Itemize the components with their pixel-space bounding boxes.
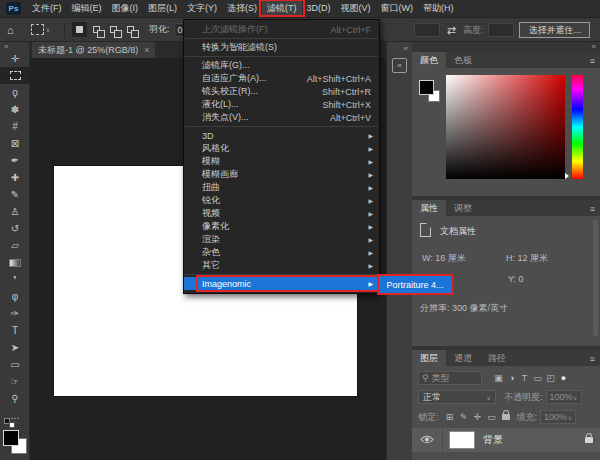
- foreground-color-well[interactable]: [419, 80, 434, 95]
- healing-brush-tool[interactable]: ✚: [0, 169, 30, 186]
- smart-object-filter-icon[interactable]: ◰: [544, 373, 557, 383]
- menu-file[interactable]: 文件(F): [27, 0, 67, 17]
- blur-tool[interactable]: ❜: [0, 271, 30, 288]
- layer-filter-box[interactable]: ⚲ 类型: [418, 371, 482, 385]
- link-dimensions-icon[interactable]: ⇄: [447, 24, 456, 37]
- path-selection-tool[interactable]: ➤: [0, 339, 30, 356]
- menu-image[interactable]: 图像(I): [107, 0, 144, 17]
- shape-layer-filter-icon[interactable]: ▭: [531, 373, 544, 383]
- menu-item-blur-gallery[interactable]: 模糊画廊▶: [184, 168, 379, 181]
- history-panel-icon[interactable]: «: [392, 58, 407, 73]
- menu-item-distort[interactable]: 扭曲▶: [184, 181, 379, 194]
- scrollbar[interactable]: [593, 220, 598, 336]
- collapse-dock-icon[interactable]: »: [592, 42, 596, 51]
- layer-row-background[interactable]: 背景: [412, 428, 600, 452]
- hue-slider[interactable]: [572, 75, 583, 179]
- home-icon[interactable]: ⌂: [7, 24, 14, 36]
- default-colors-icon[interactable]: [4, 418, 18, 428]
- foreground-color-swatch[interactable]: [3, 430, 19, 446]
- chevron-down-icon[interactable]: ∨: [46, 26, 50, 33]
- frame-tool[interactable]: ⊠: [0, 135, 30, 152]
- subtract-from-selection-button[interactable]: [106, 22, 121, 37]
- menu-item-stylize[interactable]: 风格化▶: [184, 142, 379, 155]
- menu-item-video[interactable]: 视频▶: [184, 207, 379, 220]
- dodge-tool[interactable]: φ: [0, 288, 30, 305]
- close-tab-icon[interactable]: ×: [144, 42, 149, 58]
- gradient-tool[interactable]: [0, 254, 30, 271]
- adjustment-layer-filter-icon[interactable]: ◑: [505, 373, 518, 383]
- tab-properties[interactable]: 属性: [412, 200, 446, 216]
- menu-item-lens-correction[interactable]: 镜头校正(R)...Shift+Ctrl+R: [184, 85, 379, 98]
- rectangle-tool[interactable]: ▭: [0, 356, 30, 373]
- menu-select[interactable]: 选择(S): [222, 0, 262, 17]
- lock-transparent-pixels-icon[interactable]: ⊞: [443, 412, 457, 422]
- type-tool[interactable]: T: [0, 322, 30, 339]
- tab-adjustments[interactable]: 调整: [446, 200, 480, 216]
- lock-position-icon[interactable]: ✛: [471, 412, 485, 422]
- menu-view[interactable]: 视图(V): [336, 0, 376, 17]
- lasso-tool[interactable]: ϙ: [0, 84, 30, 101]
- filter-toggle-icon[interactable]: ●: [557, 373, 570, 383]
- panel-menu-icon[interactable]: ≡: [590, 204, 595, 214]
- menu-item-3d[interactable]: 3D▶: [184, 129, 379, 142]
- height-input[interactable]: [488, 23, 514, 37]
- lock-artboard-icon[interactable]: ▭: [485, 412, 499, 422]
- lock-image-pixels-icon[interactable]: ✎: [457, 412, 471, 422]
- menu-item-render[interactable]: 渲染▶: [184, 233, 379, 246]
- expand-dock-icon[interactable]: «: [404, 44, 408, 53]
- hand-tool[interactable]: ☞: [0, 373, 30, 390]
- tab-swatches[interactable]: 色板: [446, 52, 480, 68]
- menu-item-sharpen[interactable]: 锐化▶: [184, 194, 379, 207]
- menu-item-blur[interactable]: 模糊▶: [184, 155, 379, 168]
- menu-item-imagenomic[interactable]: Imagenomic▶ Portraiture 4...: [184, 277, 379, 290]
- panel-menu-icon[interactable]: ≡: [590, 56, 595, 66]
- menu-item-other[interactable]: 其它▶: [184, 259, 379, 272]
- blend-mode-select[interactable]: 正常 ∨: [418, 390, 496, 404]
- zoom-tool[interactable]: ⚲: [0, 390, 30, 407]
- move-tool[interactable]: ✛: [0, 50, 30, 67]
- brush-tool[interactable]: ✎: [0, 186, 30, 203]
- menu-item-noise[interactable]: 杂色▶: [184, 246, 379, 259]
- rectangular-marquee-tool[interactable]: [0, 67, 30, 84]
- layer-visibility-icon[interactable]: [420, 435, 434, 446]
- new-selection-button[interactable]: [72, 22, 87, 37]
- menu-3d[interactable]: 3D(D): [302, 0, 336, 17]
- add-to-selection-button[interactable]: [89, 22, 104, 37]
- quick-selection-tool[interactable]: ✽: [0, 101, 30, 118]
- menu-help[interactable]: 帮助(H): [418, 0, 459, 17]
- width-input[interactable]: [414, 23, 440, 37]
- select-and-mask-button[interactable]: 选择并遮住...: [519, 22, 590, 38]
- history-brush-tool[interactable]: ↺: [0, 220, 30, 237]
- menu-item-vanishing-point[interactable]: 消失点(V)...Alt+Ctrl+V: [184, 111, 379, 124]
- tab-channels[interactable]: 通道: [446, 350, 480, 366]
- menu-window[interactable]: 窗口(W): [376, 0, 419, 17]
- crop-tool[interactable]: #: [0, 118, 30, 135]
- saturation-brightness-field[interactable]: [446, 75, 565, 179]
- lock-all-icon[interactable]: [499, 412, 513, 422]
- menu-item-adaptive-wide-angle[interactable]: 自适应广角(A)...Alt+Shift+Ctrl+A: [184, 72, 379, 85]
- hue-slider-marker[interactable]: [565, 173, 569, 179]
- menu-filter[interactable]: 滤镜(T): [262, 0, 302, 17]
- type-layer-filter-icon[interactable]: T: [518, 373, 531, 383]
- menu-item-convert-smart-filter[interactable]: 转换为智能滤镜(S): [184, 41, 379, 54]
- eyedropper-tool[interactable]: ✒: [0, 152, 30, 169]
- menu-item-filter-gallery[interactable]: 滤镜库(G)...: [184, 59, 379, 72]
- tab-layers[interactable]: 图层: [412, 350, 446, 366]
- toolbar-collapse-icon[interactable]: »: [0, 42, 29, 50]
- pen-tool[interactable]: ✑: [0, 305, 30, 322]
- menu-edit[interactable]: 编辑(E): [67, 0, 107, 17]
- menu-layer[interactable]: 图层(L): [143, 0, 182, 17]
- menu-type[interactable]: 文字(Y): [182, 0, 222, 17]
- eraser-tool[interactable]: ▱: [0, 237, 30, 254]
- menu-item-pixelate[interactable]: 像素化▶: [184, 220, 379, 233]
- intersect-selection-button[interactable]: [123, 22, 138, 37]
- panel-menu-icon[interactable]: ≡: [590, 354, 595, 364]
- marquee-tool-preset-icon[interactable]: [31, 24, 44, 35]
- fill-input[interactable]: 100% ∨: [540, 410, 576, 424]
- clone-stamp-tool[interactable]: ♙: [0, 203, 30, 220]
- tab-paths[interactable]: 路径: [480, 350, 514, 366]
- document-tab[interactable]: 未标题-1 @ 25%(RGB/8) ×: [32, 42, 155, 58]
- layer-thumbnail[interactable]: [449, 431, 475, 449]
- menu-item-portraiture[interactable]: Portraiture 4...: [379, 276, 451, 293]
- pixel-layer-filter-icon[interactable]: ▣: [492, 373, 505, 383]
